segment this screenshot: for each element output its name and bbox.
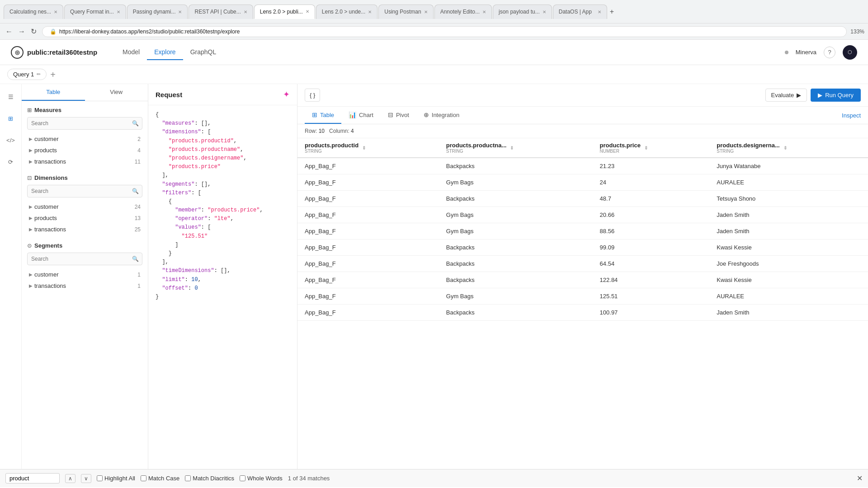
dimensions-section: ⊡ Dimensions 🔍 ▶ customer 24 ▶ products … bbox=[22, 169, 148, 237]
find-options: Highlight All Match Case Match Diacritic… bbox=[97, 475, 283, 482]
tab-result-table[interactable]: ⊞ Table bbox=[305, 107, 341, 124]
browser-tab-9[interactable]: DataOS | App ✕ bbox=[553, 5, 607, 19]
segments-customer-label: customer bbox=[34, 271, 137, 278]
browser-tab-3[interactable]: REST API | Cube... ✕ bbox=[189, 5, 253, 19]
browser-tab-7[interactable]: Annotely Edito... ✕ bbox=[434, 5, 492, 19]
find-next-button[interactable]: ∨ bbox=[81, 474, 91, 483]
tab-table[interactable]: Table bbox=[22, 84, 85, 101]
forward-button[interactable]: → bbox=[16, 26, 27, 37]
segments-search-input[interactable] bbox=[27, 253, 142, 265]
add-query-button[interactable]: + bbox=[50, 70, 56, 79]
browser-tab-2[interactable]: Passing dynami... ✕ bbox=[127, 5, 188, 19]
measures-customer-item[interactable]: ▶ customer 2 bbox=[27, 133, 142, 145]
match-case-checkbox[interactable] bbox=[141, 475, 146, 481]
cell-6-2: 64.54 bbox=[593, 256, 710, 272]
tab-close-2[interactable]: ✕ bbox=[178, 9, 182, 14]
sort-icon-designername[interactable]: ⇕ bbox=[783, 145, 787, 150]
nav-graphql[interactable]: GraphQL bbox=[183, 45, 224, 60]
tab-result-integration[interactable]: ⊕ Integration bbox=[416, 107, 467, 124]
tab-close-1[interactable]: ✕ bbox=[117, 9, 120, 14]
browser-tab-0[interactable]: Calculating nes... ✕ bbox=[4, 5, 63, 19]
zoom-level: 133% bbox=[850, 28, 864, 35]
nav-model[interactable]: Model bbox=[115, 45, 147, 60]
database-icon[interactable]: ⊞ bbox=[4, 111, 18, 126]
row-col-info: Row: 10 Column: 4 bbox=[297, 124, 868, 138]
data-table-container: products.productid STRING ⇕ products.pro… bbox=[297, 138, 868, 469]
segments-transactions-item[interactable]: ▶ transactions 1 bbox=[27, 280, 142, 291]
query-tab-1[interactable]: Query 1 ✏ bbox=[7, 69, 47, 80]
dimensions-customer-count: 24 bbox=[135, 204, 141, 210]
inspect-link[interactable]: Inspect bbox=[842, 112, 861, 119]
history-icon[interactable]: ⟳ bbox=[4, 155, 18, 169]
data-table: products.productid STRING ⇕ products.pro… bbox=[297, 138, 868, 321]
cell-9-3: Jaden Smith bbox=[709, 305, 868, 321]
sort-icon-price[interactable]: ⇕ bbox=[644, 145, 648, 150]
tab-close-3[interactable]: ✕ bbox=[244, 9, 247, 14]
col-name-designername: products.designerna... bbox=[717, 142, 779, 149]
dimensions-search-icon: 🔍 bbox=[132, 188, 139, 194]
measures-products-label: products bbox=[34, 147, 137, 154]
segments-customer-item[interactable]: ▶ customer 1 bbox=[27, 269, 142, 280]
user-status-dot bbox=[785, 51, 788, 54]
tab-close-5[interactable]: ✕ bbox=[368, 9, 372, 14]
menu-icon[interactable]: ☰ bbox=[4, 89, 18, 104]
tab-result-pivot[interactable]: ⊟ Pivot bbox=[381, 107, 416, 124]
measures-transactions-item[interactable]: ▶ transactions 11 bbox=[27, 156, 142, 167]
browser-tab-4[interactable]: Lens 2.0 > publi... ✕ bbox=[254, 5, 315, 19]
sort-icon-productname[interactable]: ⇕ bbox=[510, 145, 514, 150]
dimensions-search-input[interactable] bbox=[27, 185, 142, 197]
match-diacritics-label[interactable]: Match Diacritics bbox=[185, 475, 234, 482]
back-button[interactable]: ← bbox=[4, 26, 14, 37]
tab-close-4[interactable]: ✕ bbox=[306, 9, 309, 14]
cell-7-3: Kwasi Kessie bbox=[709, 272, 868, 288]
segments-transactions-label: transactions bbox=[34, 282, 137, 289]
find-prev-button[interactable]: ∧ bbox=[65, 474, 75, 483]
code-editor[interactable]: { "measures": [], "dimensions": [ "produ… bbox=[148, 105, 297, 469]
highlight-all-label[interactable]: Highlight All bbox=[97, 475, 135, 482]
help-button[interactable]: ? bbox=[824, 47, 835, 58]
logo-icon: ◎ bbox=[11, 46, 24, 59]
dimensions-customer-item[interactable]: ▶ customer 24 bbox=[27, 201, 142, 212]
measures-search-input[interactable] bbox=[27, 117, 142, 130]
whole-words-label[interactable]: Whole Words bbox=[240, 475, 283, 482]
tab-close-6[interactable]: ✕ bbox=[424, 9, 428, 14]
run-query-button[interactable]: ▶ Run Query bbox=[811, 89, 861, 102]
browser-tab-5[interactable]: Lens 2.0 > unde... ✕ bbox=[316, 5, 377, 19]
result-tabs: ⊞ Table 📊 Chart ⊟ Pivot ⊕ Integration In… bbox=[297, 107, 868, 124]
measures-products-item[interactable]: ▶ products 4 bbox=[27, 145, 142, 156]
whole-words-checkbox[interactable] bbox=[240, 475, 245, 481]
evaluate-button[interactable]: Evaluate ▶ bbox=[765, 89, 807, 102]
match-case-label[interactable]: Match Case bbox=[141, 475, 179, 482]
measures-transactions-label: transactions bbox=[34, 158, 135, 165]
tab-close-0[interactable]: ✕ bbox=[54, 9, 57, 14]
find-input[interactable] bbox=[5, 473, 60, 483]
code-icon[interactable]: </> bbox=[4, 133, 18, 147]
tab-result-chart[interactable]: 📊 Chart bbox=[341, 107, 381, 124]
tab-close-9[interactable]: ✕ bbox=[598, 9, 601, 14]
dimensions-products-item[interactable]: ▶ products 13 bbox=[27, 212, 142, 224]
tabs-container: Calculating nes... ✕ Query Format in... … bbox=[4, 4, 864, 20]
cell-3-3: Jaden Smith bbox=[709, 207, 868, 223]
match-diacritics-checkbox[interactable] bbox=[185, 475, 191, 481]
query-tab-edit-icon[interactable]: ✏ bbox=[37, 71, 41, 77]
curly-braces-button[interactable]: { } bbox=[305, 89, 320, 102]
highlight-all-checkbox[interactable] bbox=[97, 475, 103, 481]
tab-view[interactable]: View bbox=[85, 84, 148, 101]
tab-close-8[interactable]: ✕ bbox=[542, 9, 546, 14]
username-label: Minerva bbox=[796, 49, 816, 56]
browser-tab-8[interactable]: json payload tu... ✕ bbox=[493, 5, 552, 19]
address-bar[interactable]: 🔒 https://liberal-donkey.dataos.app/lens… bbox=[42, 26, 847, 37]
sort-icon-productid[interactable]: ⇕ bbox=[362, 145, 366, 150]
header-right: Minerva ? ⬡ bbox=[785, 45, 857, 60]
browser-tab-6[interactable]: Using Postman ✕ bbox=[378, 5, 433, 19]
browser-tab-1[interactable]: Query Format in... ✕ bbox=[64, 5, 126, 19]
reload-button[interactable]: ↻ bbox=[29, 26, 38, 37]
new-tab-button[interactable]: + bbox=[608, 6, 616, 18]
table-row: App_Bag_FGym Bags20.66Jaden Smith bbox=[297, 207, 868, 223]
nav-explore[interactable]: Explore bbox=[147, 45, 183, 60]
dimensions-transactions-item[interactable]: ▶ transactions 25 bbox=[27, 224, 142, 235]
tab-close-7[interactable]: ✕ bbox=[482, 9, 486, 14]
result-tab-integration-label: Integration bbox=[432, 112, 459, 118]
find-close-button[interactable]: ✕ bbox=[857, 474, 863, 483]
segments-header: ⊙ Segments bbox=[27, 242, 142, 249]
